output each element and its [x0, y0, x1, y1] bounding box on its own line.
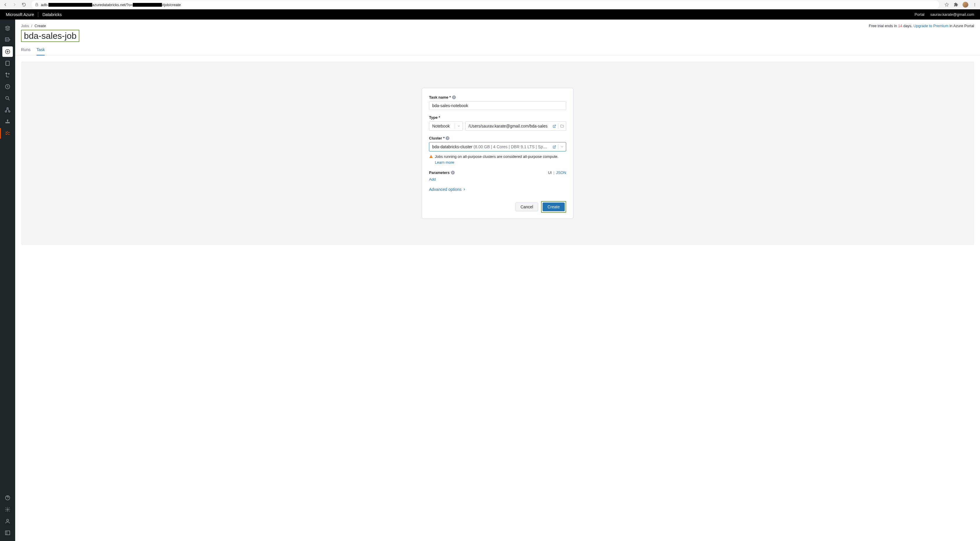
add-parameter-link[interactable]: Add	[429, 177, 436, 181]
url-bar[interactable]: adb-azuredatabricks.net/?o=#job/create	[32, 1, 939, 9]
svg-point-15	[8, 122, 10, 123]
tab-task[interactable]: Task	[37, 47, 45, 56]
sidebar-repos-icon[interactable]	[2, 70, 13, 80]
sidebar-user-icon[interactable]	[2, 516, 13, 527]
svg-point-13	[7, 119, 8, 121]
tab-runs[interactable]: Runs	[21, 47, 31, 56]
brand-databricks: Databricks	[38, 12, 66, 17]
task-name-input[interactable]	[429, 101, 566, 110]
parameters-label: Parameters ?	[429, 170, 455, 175]
svg-point-19	[7, 519, 9, 521]
back-button[interactable]	[2, 2, 8, 8]
menu-icon[interactable]	[972, 2, 978, 8]
sidebar-help-icon[interactable]	[2, 493, 13, 503]
svg-point-7	[8, 73, 10, 74]
type-select[interactable]: Notebook	[429, 121, 463, 131]
svg-point-1	[974, 5, 975, 5]
svg-rect-6	[6, 61, 10, 66]
sidebar: D	[0, 19, 15, 541]
app-header: Microsoft Azure Databricks Portal saurav…	[0, 10, 980, 19]
svg-point-2	[974, 6, 975, 6]
breadcrumb-jobs[interactable]: Jobs	[21, 24, 29, 28]
star-icon[interactable]	[944, 2, 950, 8]
learn-more-link[interactable]: Learn more	[435, 160, 454, 165]
sidebar-notebook-icon[interactable]	[2, 58, 13, 68]
warning-icon	[429, 154, 433, 158]
reload-button[interactable]	[21, 2, 27, 8]
folder-icon[interactable]	[558, 124, 566, 128]
tabs: Runs Task	[15, 42, 980, 56]
sidebar-settings-icon[interactable]	[2, 504, 13, 515]
main-content: Jobs / Create Free trial ends in 14 days…	[15, 19, 980, 541]
lock-icon	[35, 3, 38, 6]
sidebar-workspace-icon[interactable]: D	[2, 35, 13, 45]
sidebar-recents-icon[interactable]	[2, 81, 13, 92]
trial-notice: Free trial ends in 14 days. Upgrade to P…	[869, 24, 974, 28]
svg-point-10	[7, 108, 8, 109]
sidebar-search-icon[interactable]	[2, 93, 13, 103]
sidebar-compute-icon[interactable]	[2, 116, 13, 127]
svg-point-18	[7, 509, 8, 510]
chevron-right-icon	[463, 188, 466, 191]
open-external-icon[interactable]	[550, 124, 558, 128]
chevron-down-icon[interactable]	[558, 145, 566, 148]
help-icon[interactable]: ?	[451, 171, 455, 175]
svg-point-11	[5, 111, 7, 112]
notebook-path-select[interactable]: /Users/saurav.karate@gmail.com/bda-sales	[465, 121, 566, 131]
cluster-select[interactable]: bda-databricks-cluster (8.00 GB | 4 Core…	[429, 142, 566, 151]
svg-text:D: D	[6, 38, 8, 41]
open-external-icon[interactable]	[550, 145, 558, 149]
help-icon[interactable]: ?	[452, 95, 456, 99]
breadcrumb-current: Create	[35, 24, 46, 28]
sidebar-databricks-icon[interactable]	[2, 23, 13, 33]
svg-point-12	[8, 111, 10, 112]
cluster-warning: Jobs running on all-purpose clusters are…	[429, 154, 566, 165]
portal-link[interactable]: Portal	[915, 12, 924, 17]
parameters-mode-toggle: UI | JSON	[548, 170, 566, 175]
svg-point-9	[6, 96, 8, 99]
job-title[interactable]: bda-sales-job	[21, 30, 80, 42]
upgrade-link[interactable]: Upgrade to Premium	[913, 24, 948, 28]
svg-point-16	[7, 122, 8, 123]
sidebar-data-icon[interactable]	[2, 105, 13, 115]
help-icon[interactable]: ?	[445, 136, 449, 140]
sidebar-create-icon[interactable]	[2, 46, 13, 57]
task-name-label: Task name * ?	[429, 95, 566, 100]
svg-point-0	[974, 3, 975, 4]
cancel-button[interactable]: Cancel	[515, 202, 538, 211]
type-label: Type *	[429, 115, 566, 119]
create-button[interactable]: Create	[542, 202, 565, 211]
json-mode[interactable]: JSON	[556, 170, 566, 175]
browser-toolbar: adb-azuredatabricks.net/?o=#job/create	[0, 0, 980, 10]
ui-mode[interactable]: UI	[548, 170, 552, 175]
sidebar-panel-icon[interactable]	[2, 528, 13, 538]
task-canvas: Task name * ? Type * Notebook	[21, 62, 974, 245]
forward-button[interactable]	[12, 2, 18, 8]
advanced-options-toggle[interactable]: Advanced options	[429, 187, 566, 192]
user-email[interactable]: saurav.karate@gmail.com	[931, 12, 974, 17]
extensions-icon[interactable]	[953, 2, 959, 8]
cluster-label: Cluster * ?	[429, 136, 566, 140]
task-form-panel: Task name * ? Type * Notebook	[422, 88, 573, 219]
breadcrumb: Jobs / Create	[21, 24, 46, 28]
chevron-down-icon[interactable]	[455, 124, 463, 128]
sidebar-jobs-icon[interactable]	[2, 128, 13, 138]
url-text: adb-azuredatabricks.net/?o=#job/create	[41, 3, 181, 7]
svg-point-14	[6, 122, 6, 123]
svg-rect-20	[6, 531, 10, 535]
profile-avatar[interactable]	[963, 2, 968, 8]
brand-azure: Microsoft Azure	[6, 12, 38, 17]
